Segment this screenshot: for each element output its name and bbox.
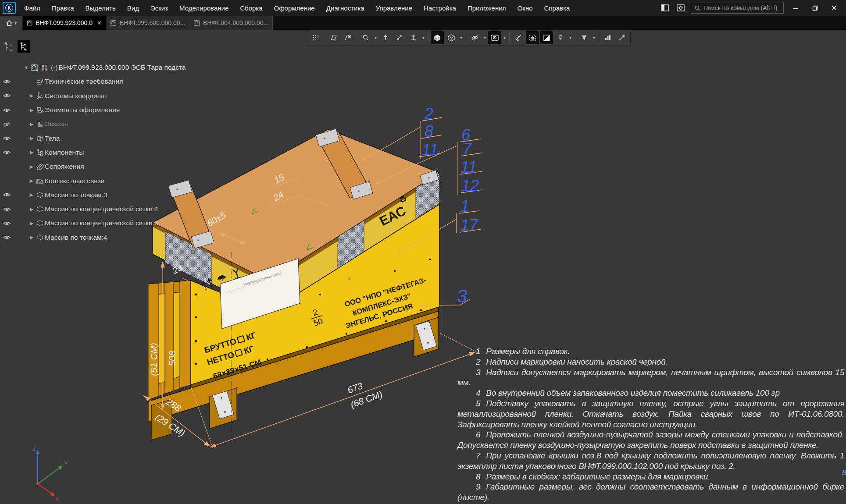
tab-close-icon[interactable]: ✕ [97,20,102,26]
visibility-eye-icon[interactable] [0,206,13,212]
tab-document-1[interactable]: ВНФТ.099.923.000.00... ✕ [23,16,106,30]
visibility-eye-icon[interactable] [0,93,13,99]
command-search-input[interactable]: Поиск по командам (Alt+/) [691,3,784,14]
menu-edit[interactable]: Правка [46,1,80,15]
maximize-button[interactable] [807,3,822,13]
assembly-doc-icon [110,20,117,26]
close-icon [832,5,837,11]
home-button[interactable]: ▾ [0,16,23,30]
menu-settings[interactable]: Настройка [418,1,462,15]
clip-box-button[interactable] [526,31,539,44]
tab-document-2[interactable]: ВНФТ.099.600.000.00... [106,16,189,30]
menu-applications[interactable]: Приложения [462,1,512,15]
visibility-eye-icon[interactable] [0,135,13,141]
expand-arrow-icon[interactable]: ▼ [23,65,30,70]
panel-toggle-button[interactable] [659,3,671,13]
balloon-11a: 11 [422,141,438,159]
tree-item-point-array-4[interactable]: ▶ Массив по точкам:4 [0,231,184,245]
tree-item-mates[interactable]: ▶ Сопряжения [0,160,184,174]
tree-item-tech-requirements[interactable]: Технические требования [0,75,184,89]
menu-select[interactable]: Выделить [80,1,121,15]
shaded-view-button[interactable] [431,31,444,44]
grid-button[interactable] [309,31,322,44]
expand-arrow-icon[interactable]: ▶ [28,135,35,141]
visibility-eye-icon[interactable] [0,107,13,113]
section-view-button[interactable] [540,31,553,44]
filter-button[interactable] [578,31,591,44]
layout-grid-icon [39,64,49,71]
expand-arrow-icon[interactable]: ▶ [28,220,35,226]
window-settings-button[interactable] [675,3,686,13]
wireframe-view-button[interactable] [445,31,458,44]
app-logo[interactable]: К [3,2,16,14]
camera-view-button[interactable] [488,31,501,44]
tree-structure-view-button[interactable] [18,40,30,53]
pipette-button[interactable] [615,31,628,44]
sketch-place-button[interactable] [341,31,354,44]
lighting-button[interactable] [554,31,567,44]
tree-item-coordinate-systems[interactable]: ▶ Системы координат [0,89,184,103]
edge-text-fragment: В [842,469,846,477]
balloon-12: 12 [461,177,479,195]
reorient-button[interactable] [393,31,406,44]
display-mode-dropdown-caret[interactable]: ▾ [458,31,464,44]
tree-numbered-view-button[interactable]: 11 12 [3,40,15,53]
tree-item-components[interactable]: ▶ Компоненты [0,146,184,160]
sketch-plane-button[interactable] [327,31,340,44]
normal-to-button[interactable] [407,31,420,44]
technical-requirements-text: 1Размеры для справок. 2Надписи маркировк… [457,346,844,504]
tab-document-3[interactable]: ВНФТ.004.000.000.00... [189,16,273,30]
menu-view[interactable]: Вид [121,1,145,15]
maximize-icon [812,5,818,11]
tree-item-bodies[interactable]: ▶ Тела [0,131,184,145]
tree-item-sketches[interactable]: ▶ Эскизы [0,117,184,131]
tree-root-assembly[interactable]: ▼ (-) ВНФТ.099.923.000.000 ЭСБ Тара подс… [0,60,184,75]
expand-arrow-icon[interactable]: ▶ [28,93,35,99]
minimize-button[interactable] [788,3,803,13]
expand-arrow-icon[interactable]: ▶ [28,107,35,113]
hide-dropdown-caret[interactable]: ▾ [482,31,488,44]
zoom-dropdown-caret[interactable]: ▾ [373,31,378,44]
tree-item-point-array-3[interactable]: ▶ Массив по точкам:3 [0,188,184,202]
section-cut-button[interactable] [512,31,525,44]
menu-bar: К Файл Правка Выделить Вид Эскиз Моделир… [0,0,846,16]
menu-diagnostics[interactable]: Диагностика [321,1,370,15]
mass-properties-button[interactable] [601,31,614,44]
menu-sketch[interactable]: Эскиз [145,1,174,15]
tree-item-annotation-elements[interactable]: ▶ Элементы оформления [0,103,184,117]
menu-drafting[interactable]: Оформление [268,1,321,15]
lighting-dropdown-caret[interactable]: ▾ [568,31,573,44]
expand-arrow-icon[interactable]: ▶ [28,192,35,198]
expand-arrow-icon[interactable]: ▶ [28,234,35,240]
expand-arrow-icon[interactable]: ▶ [28,121,35,127]
tree-item-circular-array-5[interactable]: ▶ Массив по концентрической сетке:5 [0,216,184,230]
tree-item-context-links[interactable]: ▶ Контекстные связи [0,174,184,188]
visibility-eye-icon[interactable] [0,149,13,155]
camera-dropdown-caret[interactable]: ▾ [502,31,507,44]
visibility-eye-off-icon[interactable] [0,121,13,128]
visibility-eye-icon[interactable] [0,220,13,226]
visibility-eye-icon[interactable] [0,192,13,198]
hide-objects-button[interactable] [468,31,482,44]
menu-modeling[interactable]: Моделирование [174,1,234,15]
expand-arrow-icon[interactable]: ▶ [28,178,35,184]
menu-window[interactable]: Окно [512,1,539,15]
menu-help[interactable]: Справка [539,1,576,15]
home-dropdown-caret[interactable]: ▾ [14,21,17,25]
expand-arrow-icon[interactable]: ▶ [28,164,35,170]
menu-assembly[interactable]: Сборка [234,1,268,15]
visibility-eye-icon[interactable] [0,234,13,240]
menu-management[interactable]: Управление [370,1,418,15]
expand-arrow-icon[interactable]: ▶ [28,206,35,212]
menu-file[interactable]: Файл [18,1,46,15]
orient-up-button[interactable] [379,31,392,44]
visibility-eye-icon[interactable] [0,79,13,85]
zoom-area-button[interactable] [359,31,372,44]
tab-label: ВНФТ.004.000.000.00... [203,19,268,26]
tree-item-circular-array-4[interactable]: ▶ Массив по концентрической сетке:4 [0,202,184,216]
orientation-dropdown-caret[interactable]: ▾ [421,31,426,44]
note-9: 9Габаритные размеры, вес должны соответс… [457,482,844,503]
close-button[interactable] [827,3,842,13]
expand-arrow-icon[interactable]: ▶ [28,149,35,155]
filter-dropdown-caret[interactable]: ▾ [591,31,597,44]
